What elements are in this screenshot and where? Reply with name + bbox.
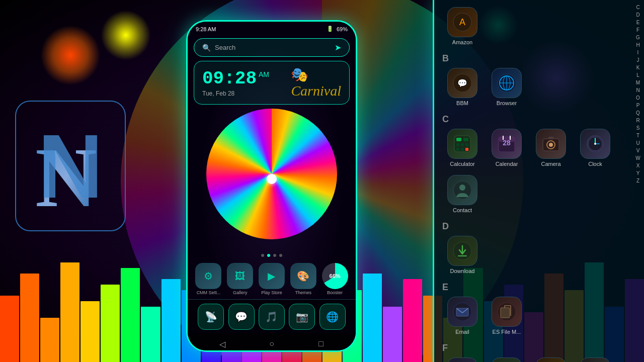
app-file-com[interactable]: File Com...: [442, 357, 482, 362]
app-firefox[interactable]: Firefox: [531, 357, 571, 362]
nav-recents-button[interactable]: □: [315, 338, 327, 350]
browser-icon: [492, 68, 522, 98]
alpha-o[interactable]: O: [636, 95, 640, 102]
play-store-icon: ▶: [259, 263, 285, 289]
alpha-e[interactable]: E: [636, 19, 640, 26]
section-e: E Email ES File M...: [434, 280, 632, 337]
alpha-g[interactable]: G: [636, 34, 640, 41]
app-bbm[interactable]: 💬 BBM: [442, 68, 482, 106]
alpha-k[interactable]: K: [636, 64, 640, 71]
alpha-j[interactable]: J: [637, 57, 639, 64]
search-bar[interactable]: 🔍 Search ➤: [194, 38, 350, 57]
carnival-decoration: 🎭 Carnival: [291, 66, 341, 99]
app-list: A Amazon B 💬 BBM: [434, 0, 632, 362]
booster-button[interactable]: 66%: [322, 263, 348, 289]
drawer-content: A Amazon B 💬 BBM: [434, 0, 644, 362]
ferris-center: [267, 174, 277, 184]
alpha-y[interactable]: Y: [636, 170, 640, 177]
app-clock[interactable]: Clock: [575, 129, 615, 167]
dock-icon-4[interactable]: 📷: [289, 304, 315, 330]
app-contact[interactable]: Contact: [442, 175, 482, 213]
section-letter-e: E: [434, 280, 632, 295]
alpha-m[interactable]: M: [636, 79, 640, 86]
alpha-c[interactable]: C: [636, 4, 639, 11]
alpha-v[interactable]: V: [636, 147, 640, 154]
battery-level: 69%: [337, 26, 348, 32]
app-themes[interactable]: 🎨 Themes: [290, 263, 316, 295]
file-man-icon: [492, 357, 522, 362]
app-gallery[interactable]: 🖼 Gallery: [227, 263, 253, 295]
carnival-text: Carnival: [291, 83, 341, 99]
email-label: Email: [455, 329, 469, 335]
calendar-icon: 28: [492, 129, 522, 159]
es-file-label: ES File M...: [493, 329, 521, 335]
email-icon: [447, 297, 477, 327]
app-file-man[interactable]: File Man...: [487, 357, 527, 362]
app-email[interactable]: Email: [442, 297, 482, 335]
svg-rect-15: [465, 143, 468, 146]
battery-icon: 🔋: [327, 26, 334, 32]
app-es-file[interactable]: ES File M...: [487, 297, 527, 335]
app-row: ⚙ CMM Sett... 🖼 Gallery ▶ Play Store 🎨 T…: [188, 259, 356, 299]
search-placeholder: Search: [215, 44, 331, 51]
app-flashlight[interactable]: Flashlight: [575, 357, 615, 362]
alpha-f[interactable]: F: [636, 27, 639, 34]
alpha-x[interactable]: X: [636, 162, 640, 169]
app-calendar[interactable]: 28 Calendar: [487, 129, 527, 167]
svg-rect-18: [465, 148, 468, 151]
svg-rect-11: [456, 138, 461, 141]
alpha-n[interactable]: N: [636, 87, 639, 94]
dot-2: [273, 254, 276, 257]
dock-icon-5[interactable]: 🌐: [319, 304, 346, 330]
clock-label: Clock: [588, 161, 602, 167]
nav-back-button[interactable]: ◁: [216, 338, 228, 350]
section-letter-d: D: [434, 219, 632, 234]
app-calculator[interactable]: Calculator: [442, 129, 482, 167]
alpha-i[interactable]: I: [637, 49, 639, 56]
n-logo: N: [15, 101, 126, 231]
app-browser[interactable]: Browser: [487, 68, 527, 106]
dot-0: [261, 254, 264, 257]
alpha-l[interactable]: L: [636, 72, 639, 79]
app-play-store[interactable]: ▶ Play Store: [259, 263, 285, 295]
svg-point-34: [459, 185, 465, 191]
alpha-d[interactable]: D: [636, 12, 639, 19]
svg-point-27: [549, 143, 553, 147]
app-download[interactable]: Download: [442, 236, 482, 274]
section-contact: Contact: [434, 173, 632, 215]
contact-icon: [447, 175, 477, 205]
alpha-u[interactable]: U: [636, 140, 639, 147]
alpha-w[interactable]: W: [635, 155, 640, 162]
app-cmm-settings[interactable]: ⚙ CMM Sett...: [195, 263, 221, 295]
alpha-r[interactable]: R: [636, 117, 639, 124]
contact-label: Contact: [453, 207, 472, 213]
alpha-t[interactable]: T: [636, 132, 639, 139]
nav-home-button[interactable]: ○: [266, 338, 278, 350]
amazon-apps: A Amazon: [434, 5, 632, 47]
browser-label: Browser: [497, 100, 517, 106]
alpha-p[interactable]: P: [636, 102, 640, 109]
alpha-s[interactable]: S: [636, 125, 640, 132]
nav-bar: ◁ ○ □: [188, 334, 356, 350]
status-bar: 9:28 AM 🔋 69%: [188, 22, 356, 36]
app-booster[interactable]: 66% Booster: [322, 263, 348, 295]
dot-3: [279, 254, 282, 257]
es-file-icon: [492, 297, 522, 327]
alpha-q[interactable]: Q: [636, 110, 640, 117]
dock-icon-1[interactable]: 📡: [198, 304, 224, 330]
page-dots: [188, 252, 356, 259]
section-b: B 💬 BBM Browser: [434, 51, 632, 108]
phone-frame: 9:28 AM 🔋 69% 🔍 Search ➤ 09:28 AM Tue, F…: [186, 20, 357, 352]
calculator-icon: [447, 129, 477, 159]
svg-rect-13: [456, 143, 459, 146]
dock-icon-3[interactable]: 🎵: [259, 304, 285, 330]
camera-label: Camera: [541, 161, 560, 167]
app-amazon[interactable]: A Amazon: [442, 7, 482, 45]
themes-label: Themes: [295, 290, 312, 295]
alpha-z[interactable]: Z: [636, 177, 639, 185]
dock-icon-2[interactable]: 💬: [228, 304, 255, 330]
section-amazon: A Amazon: [434, 5, 632, 47]
c-apps: Calculator 28 Calendar Camera: [434, 127, 632, 169]
app-camera[interactable]: Camera: [531, 129, 571, 167]
alpha-h[interactable]: H: [636, 42, 639, 49]
